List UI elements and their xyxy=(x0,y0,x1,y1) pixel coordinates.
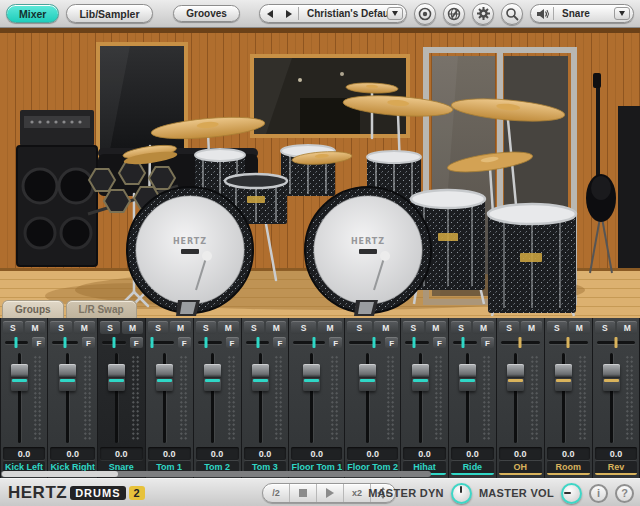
volume-value[interactable]: 0.0 xyxy=(347,447,398,460)
mute-button[interactable]: M xyxy=(426,321,446,334)
mute-button[interactable]: M xyxy=(473,321,493,334)
solo-button[interactable]: S xyxy=(499,321,519,334)
pan-handle[interactable] xyxy=(205,337,208,348)
solo-button[interactable]: S xyxy=(291,321,315,334)
mute-button[interactable]: M xyxy=(25,321,45,334)
pan-slider[interactable] xyxy=(403,336,431,349)
pan-handle[interactable] xyxy=(615,337,618,348)
pan-slider[interactable] xyxy=(148,336,176,349)
channel-strip-floor-tom-1[interactable]: SMF0.0Floor Tom 1 xyxy=(289,318,344,478)
volume-fader[interactable] xyxy=(59,364,76,391)
stop-button[interactable] xyxy=(290,484,317,502)
volume-fader[interactable] xyxy=(555,364,572,391)
settings-button[interactable] xyxy=(472,3,494,25)
master-dyn-knob[interactable] xyxy=(451,483,472,504)
scrollbar-thumb[interactable] xyxy=(2,471,118,477)
solo-button[interactable]: S xyxy=(547,321,567,334)
channel-strip-kick-left[interactable]: SMF0.0Kick Left xyxy=(1,318,48,478)
channel-strip-tom-1[interactable]: SMF0.0Tom 1 xyxy=(146,318,193,478)
channel-strip-oh[interactable]: SM0.0OH xyxy=(497,318,544,478)
pan-slider[interactable] xyxy=(291,336,327,349)
pan-handle[interactable] xyxy=(413,337,416,348)
tab-mixer[interactable]: Mixer xyxy=(6,4,59,23)
fx-button[interactable]: F xyxy=(178,337,191,348)
double-speed-button[interactable]: x2 xyxy=(344,484,371,502)
volume-fader[interactable] xyxy=(204,364,221,391)
mute-button[interactable]: M xyxy=(374,321,398,334)
fx-button[interactable]: F xyxy=(130,337,143,348)
pan-handle[interactable] xyxy=(15,337,18,348)
mute-button[interactable]: M xyxy=(521,321,541,334)
info-button[interactable]: i xyxy=(589,484,608,503)
preset-next-button[interactable] xyxy=(279,5,298,22)
mute-button[interactable]: M xyxy=(74,321,95,334)
solo-button[interactable]: S xyxy=(244,321,264,334)
solo-button[interactable]: S xyxy=(196,321,216,334)
tab-lr-swap[interactable]: L/R Swap xyxy=(66,300,137,318)
pan-slider[interactable] xyxy=(347,336,383,349)
pan-slider[interactable] xyxy=(595,336,638,349)
volume-value[interactable]: 0.0 xyxy=(100,447,143,460)
pan-slider[interactable] xyxy=(100,336,128,349)
mute-button[interactable]: M xyxy=(318,321,342,334)
solo-button[interactable]: S xyxy=(595,321,615,334)
volume-fader[interactable] xyxy=(11,364,28,391)
help-button[interactable]: ? xyxy=(615,484,634,503)
solo-button[interactable]: S xyxy=(347,321,371,334)
solo-button[interactable]: S xyxy=(3,321,23,334)
mute-button[interactable]: M xyxy=(617,321,637,334)
fx-button[interactable]: F xyxy=(226,337,239,348)
web-button[interactable] xyxy=(443,3,465,25)
volume-fader[interactable] xyxy=(603,364,620,391)
pan-slider[interactable] xyxy=(3,336,31,349)
search-button[interactable] xyxy=(501,3,523,25)
pan-slider[interactable] xyxy=(196,336,224,349)
play-button[interactable] xyxy=(317,484,344,502)
fx-button[interactable]: F xyxy=(433,337,446,348)
floor-tom-2[interactable] xyxy=(488,204,576,316)
volume-fader[interactable] xyxy=(412,364,429,391)
master-vol-knob[interactable] xyxy=(561,483,582,504)
half-speed-button[interactable]: /2 xyxy=(263,484,290,502)
fx-button[interactable]: F xyxy=(329,337,342,348)
solo-button[interactable]: S xyxy=(148,321,168,334)
channel-strip-tom-2[interactable]: SMF0.0Tom 2 xyxy=(194,318,241,478)
volume-value[interactable]: 0.0 xyxy=(451,447,494,460)
volume-value[interactable]: 0.0 xyxy=(50,447,95,460)
volume-fader[interactable] xyxy=(252,364,269,391)
pan-handle[interactable] xyxy=(372,337,375,348)
volume-value[interactable]: 0.0 xyxy=(244,447,287,460)
pan-handle[interactable] xyxy=(462,337,465,348)
pan-slider[interactable] xyxy=(50,336,80,349)
volume-fader[interactable] xyxy=(507,364,524,391)
pan-handle[interactable] xyxy=(257,337,260,348)
channel-strip-kick-right[interactable]: SMF0.0Kick Right xyxy=(48,318,97,478)
volume-fader[interactable] xyxy=(108,364,125,391)
volume-value[interactable]: 0.0 xyxy=(499,447,542,460)
pan-slider[interactable] xyxy=(451,336,479,349)
volume-value[interactable]: 0.0 xyxy=(595,447,638,460)
preset-name[interactable]: Christian's Default xyxy=(299,8,387,19)
pan-slider[interactable] xyxy=(547,336,590,349)
volume-value[interactable]: 0.0 xyxy=(3,447,46,460)
instrument-name[interactable]: Snare xyxy=(554,8,614,19)
tab-groups[interactable]: Groups xyxy=(2,300,64,318)
tab-lib-sampler[interactable]: Lib/Sampler xyxy=(66,4,152,23)
volume-value[interactable]: 0.0 xyxy=(148,447,191,460)
pan-slider[interactable] xyxy=(244,336,272,349)
pan-handle[interactable] xyxy=(151,337,154,348)
record-button[interactable] xyxy=(414,3,436,25)
mute-button[interactable]: M xyxy=(170,321,190,334)
pan-slider[interactable] xyxy=(499,336,542,349)
preset-prev-button[interactable] xyxy=(260,5,279,22)
tab-grooves[interactable]: Grooves xyxy=(173,5,240,22)
mute-button[interactable]: M xyxy=(266,321,286,334)
channel-strip-room[interactable]: SM0.0Room xyxy=(545,318,592,478)
instrument-dropdown-button[interactable] xyxy=(614,7,630,20)
channel-strip-floor-tom-2[interactable]: SMF0.0Floor Tom 2 xyxy=(345,318,400,478)
fx-button[interactable]: F xyxy=(481,337,494,348)
volume-fader[interactable] xyxy=(359,364,376,391)
volume-value[interactable]: 0.0 xyxy=(291,447,342,460)
channel-strip-ride[interactable]: SMF0.0Ride xyxy=(449,318,496,478)
channel-strip-tom-3[interactable]: SMF0.0Tom 3 xyxy=(242,318,289,478)
